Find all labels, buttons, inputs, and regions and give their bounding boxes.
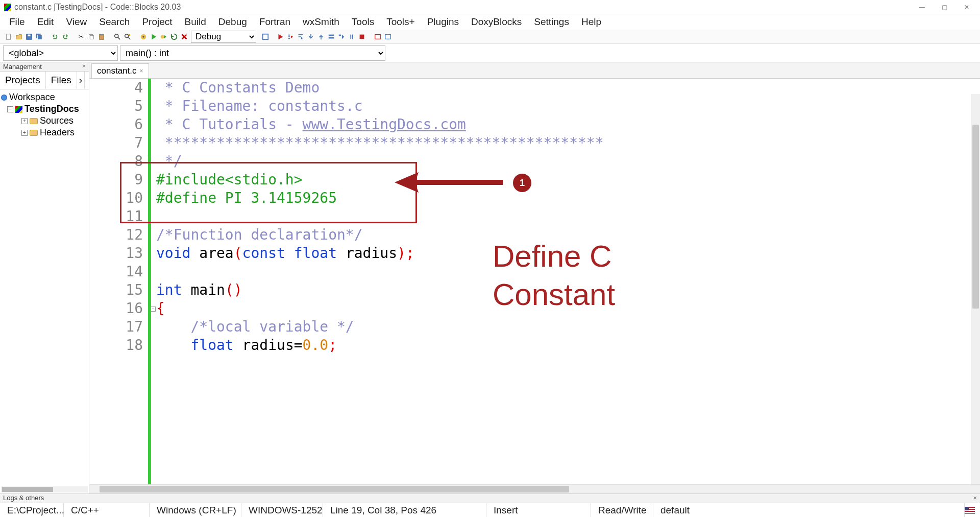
info-icon[interactable]	[383, 32, 393, 41]
editor-tab-constant[interactable]: constant.c ×	[91, 63, 149, 78]
menu-build[interactable]: Build	[179, 14, 212, 30]
next-line-icon[interactable]	[296, 32, 305, 41]
step-out-icon[interactable]	[316, 32, 326, 41]
stop-debug-icon[interactable]	[357, 32, 366, 41]
menu-edit[interactable]: Edit	[31, 14, 60, 30]
status-path: E:\CProject...	[0, 503, 64, 517]
build-icon[interactable]	[139, 32, 148, 41]
debug-windows-icon[interactable]	[373, 32, 382, 41]
target-icon[interactable]	[261, 32, 270, 41]
menu-settings[interactable]: Settings	[528, 14, 575, 30]
tree-workspace[interactable]: Workspace	[1, 91, 88, 103]
menu-wxsmith[interactable]: wxSmith	[297, 14, 346, 30]
tree-project[interactable]: − TestingDocs	[1, 103, 88, 115]
svg-point-16	[161, 35, 164, 38]
expand-icon[interactable]: −	[7, 106, 13, 112]
fold-toggle-icon[interactable]: −	[151, 307, 156, 312]
code-editor[interactable]: 456789101112131415161718 − * C Constants…	[89, 79, 980, 484]
menu-fortran[interactable]: Fortran	[253, 14, 297, 30]
sidebar-scrollbar[interactable]	[1, 486, 88, 492]
management-close-icon[interactable]: ×	[83, 63, 86, 70]
svg-line-10	[118, 37, 120, 39]
rebuild-icon[interactable]	[169, 32, 179, 41]
menu-search[interactable]: Search	[93, 14, 136, 30]
language-flag-icon[interactable]	[965, 507, 975, 514]
tree-headers[interactable]: + Headers	[1, 127, 88, 138]
annotation-badge: 1	[513, 174, 531, 192]
workspace-label: Workspace	[9, 92, 55, 103]
menu-doxyblocks[interactable]: DoxyBlocks	[465, 14, 528, 30]
save-icon[interactable]	[24, 32, 34, 41]
close-button[interactable]: ✕	[961, 2, 973, 12]
save-all-icon[interactable]	[35, 32, 44, 41]
main-toolbar: ✂ Debug	[0, 30, 980, 44]
status-readwrite: Read/Write	[591, 503, 653, 517]
status-bar: E:\CProject... C/C++ Windows (CR+LF) WIN…	[0, 503, 980, 517]
app-icon	[4, 4, 11, 11]
find-icon[interactable]	[113, 32, 122, 41]
project-tree: Workspace − TestingDocs + Sources + Head…	[0, 89, 89, 140]
editor-vertical-scrollbar[interactable]	[971, 94, 980, 484]
redo-icon[interactable]	[61, 32, 70, 41]
svg-point-13	[129, 34, 131, 36]
management-tabs: Projects Files ›	[0, 72, 89, 89]
menu-plugins[interactable]: Plugins	[421, 14, 465, 30]
next-instr-icon[interactable]	[327, 32, 336, 41]
copy-icon[interactable]	[87, 32, 96, 41]
project-label: TestingDocs	[24, 104, 79, 114]
minimize-button[interactable]: —	[916, 2, 928, 12]
tab-more[interactable]: ›	[77, 72, 85, 89]
line-gutter: 456789101112131415161718	[89, 79, 148, 484]
build-target-select[interactable]: Debug	[191, 31, 256, 43]
menu-debug[interactable]: Debug	[212, 14, 253, 30]
scope-global-select[interactable]: <global>	[3, 45, 118, 61]
window-controls: — ▢ ✕	[916, 2, 973, 12]
svg-rect-6	[90, 35, 93, 39]
menu-file[interactable]: File	[3, 14, 31, 30]
svg-rect-21	[329, 37, 334, 38]
menu-help[interactable]: Help	[575, 14, 607, 30]
management-title-bar: Management ×	[0, 62, 89, 72]
editor-area: constant.c × 456789101112131415161718 − …	[89, 62, 980, 494]
menu-tools[interactable]: Tools	[346, 14, 380, 30]
open-icon[interactable]	[14, 32, 23, 41]
folder-icon	[30, 118, 38, 124]
menu-view[interactable]: View	[60, 14, 93, 30]
tab-projects[interactable]: Projects	[0, 72, 46, 89]
debug-run-icon[interactable]	[276, 32, 285, 41]
tab-files[interactable]: Files	[46, 72, 77, 89]
editor-horizontal-scrollbar[interactable]	[89, 484, 980, 494]
expand-icon[interactable]: +	[21, 130, 28, 136]
paste-icon[interactable]	[97, 32, 106, 41]
status-encoding: WINDOWS-1252	[241, 503, 323, 517]
step-into-instr-icon[interactable]	[337, 32, 346, 41]
expand-icon[interactable]: +	[21, 118, 28, 124]
build-run-icon[interactable]	[159, 32, 168, 41]
menu-bar: File Edit View Search Project Build Debu…	[0, 14, 980, 30]
scope-function-select[interactable]: main() : int	[120, 45, 385, 61]
svg-rect-25	[360, 34, 364, 39]
new-file-icon[interactable]	[4, 32, 13, 41]
sources-label: Sources	[40, 115, 74, 126]
logs-close-icon[interactable]: ×	[973, 494, 977, 503]
replace-icon[interactable]	[123, 32, 132, 41]
step-into-icon[interactable]	[306, 32, 315, 41]
svg-point-15	[142, 36, 144, 38]
maximize-button[interactable]: ▢	[938, 2, 950, 12]
menu-toolsplus[interactable]: Tools+	[380, 14, 421, 30]
break-debug-icon[interactable]	[347, 32, 356, 41]
undo-icon[interactable]	[51, 32, 60, 41]
abort-icon[interactable]	[180, 32, 189, 41]
menu-project[interactable]: Project	[136, 14, 178, 30]
run-icon[interactable]	[149, 32, 158, 41]
svg-rect-2	[28, 34, 30, 36]
management-title: Management	[3, 63, 42, 70]
tab-close-icon[interactable]: ×	[140, 67, 143, 75]
cut-icon[interactable]: ✂	[77, 32, 86, 41]
scope-toolbar: <global> main() : int	[0, 44, 980, 62]
tree-sources[interactable]: + Sources	[1, 115, 88, 127]
run-to-cursor-icon[interactable]	[286, 32, 295, 41]
status-mode: Insert	[486, 503, 591, 517]
svg-rect-22	[339, 34, 341, 36]
status-position: Line 19, Col 38, Pos 426	[323, 503, 486, 517]
